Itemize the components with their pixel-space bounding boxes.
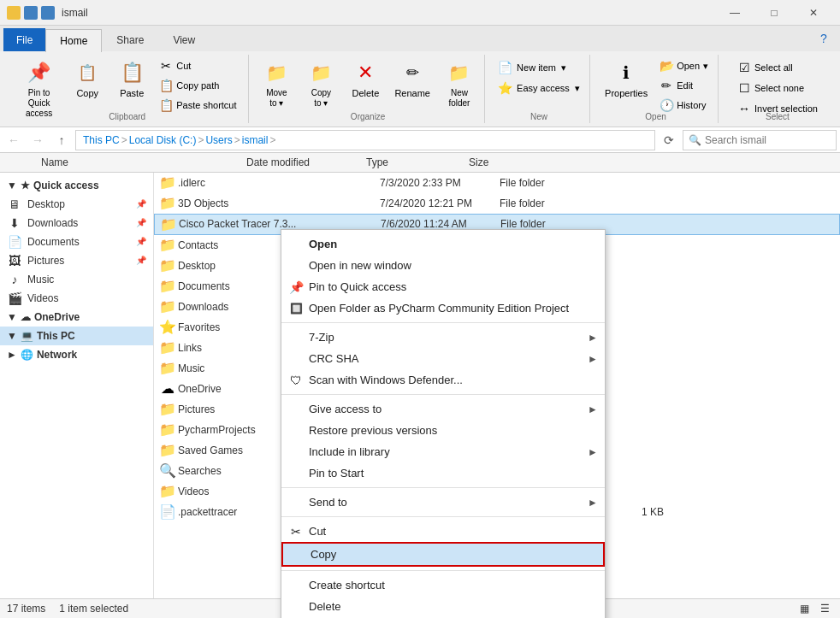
ctx-open[interactable]: Open <box>281 233 605 255</box>
ctx-7zip[interactable]: 7-Zip ► <box>281 327 605 348</box>
copy-label: Copy <box>76 88 98 98</box>
file-icon: 📄 <box>157 503 178 520</box>
new-folder-button[interactable]: 📁 Newfolder <box>438 55 481 113</box>
close-button[interactable]: ✕ <box>794 0 833 26</box>
back-button[interactable]: ← <box>3 130 24 150</box>
file-icon: ☁ <box>157 380 178 397</box>
copy-path-button[interactable]: 📋 Copy path <box>155 76 240 95</box>
col-header-date[interactable]: Date modified <box>246 156 366 168</box>
this-pc-label: This PC <box>37 330 75 342</box>
file-icon: ⭐ <box>157 319 178 335</box>
title-icon-2 <box>24 6 38 20</box>
select-all-button[interactable]: ☑ Select all <box>733 58 797 77</box>
path-ismail[interactable]: ismail <box>242 134 269 146</box>
copy-button[interactable]: 📋 Copy <box>66 55 109 103</box>
maximize-button[interactable]: □ <box>754 0 794 26</box>
sidebar-quick-access[interactable]: ▼ ★ Quick access <box>0 176 153 195</box>
refresh-button[interactable]: ⟳ <box>659 130 679 150</box>
minimize-button[interactable]: — <box>715 0 754 26</box>
sidebar-onedrive[interactable]: ▼ ☁ OneDrive <box>0 308 153 327</box>
ctx-scan-defender[interactable]: 🛡Scan with Windows Defender... <box>281 369 605 391</box>
title-controls: — □ ✕ <box>715 0 833 26</box>
edit-button[interactable]: ✏ Edit <box>655 76 713 95</box>
sidebar-item-downloads[interactable]: ⬇ Downloads 📌 <box>0 214 153 232</box>
search-box[interactable]: 🔍 <box>683 130 837 150</box>
pin-quick-access-button[interactable]: 📌 Pin to Quickaccess <box>14 55 64 123</box>
videos-label: Videos <box>27 292 146 304</box>
ctx-delete[interactable]: Delete <box>281 596 605 617</box>
ctx-give-access[interactable]: Give access to ► <box>281 398 605 420</box>
open-button[interactable]: 📂 Open ▾ <box>655 56 713 75</box>
new-item-label: New item <box>517 62 556 73</box>
crc-arrow: ► <box>588 353 598 365</box>
tab-share[interactable]: Share <box>102 28 158 51</box>
easy-access-button[interactable]: ⭐ Easy access ▾ <box>494 79 584 97</box>
ctx-create-shortcut[interactable]: Create shortcut <box>281 574 605 596</box>
sidebar-item-music[interactable]: ♪ Music <box>0 270 153 289</box>
sidebar: ▼ ★ Quick access 🖥 Desktop 📌 ⬇ Downloads… <box>0 173 154 599</box>
large-icons-view-button[interactable]: ▦ <box>796 600 813 617</box>
up-button[interactable]: ↑ <box>51 130 72 150</box>
copy-icon: 📋 <box>74 59 101 86</box>
file-icon: 📁 <box>157 442 178 458</box>
tab-home[interactable]: Home <box>45 29 102 52</box>
properties-icon: ℹ <box>612 59 640 86</box>
paste-shortcut-button[interactable]: 📋 Paste shortcut <box>155 96 240 115</box>
search-input[interactable] <box>705 134 831 146</box>
table-row[interactable]: 📁 3D Objects 7/24/2020 12:21 PM File fol… <box>154 193 840 214</box>
copy-path-icon: 📋 <box>159 79 173 92</box>
address-path[interactable]: This PC > Local Disk (C:) > Users > isma… <box>75 130 655 150</box>
ribbon-groups: 📌 Pin to Quickaccess 📋 Copy 📋 Paste ✂ <box>0 51 840 127</box>
details-view-button[interactable]: ☰ <box>816 600 833 617</box>
paste-button[interactable]: 📋 Paste <box>110 55 153 103</box>
path-users[interactable]: Users <box>205 134 232 146</box>
tab-view[interactable]: View <box>158 28 210 51</box>
ctx-open-new-window[interactable]: Open in new window <box>281 255 605 276</box>
file-date: 7/6/2020 11:24 AM <box>381 218 500 230</box>
ctx-cut[interactable]: ✂Cut <box>281 521 605 542</box>
title-bar: ismail — □ ✕ <box>0 0 840 26</box>
select-none-button[interactable]: ☐ Select none <box>733 79 808 97</box>
sidebar-item-desktop[interactable]: 🖥 Desktop 📌 <box>0 195 153 214</box>
ctx-copy[interactable]: Copy <box>281 542 605 567</box>
ctx-restore-versions[interactable]: Restore previous versions <box>281 420 605 441</box>
new-item-button[interactable]: 📄 New item ▾ <box>494 58 571 77</box>
cut-button[interactable]: ✂ Cut <box>155 56 240 75</box>
title-text: ismail <box>62 7 715 19</box>
copy-to-button[interactable]: 📁 Copyto ▾ <box>299 55 342 113</box>
sidebar-item-videos[interactable]: 🎬 Videos <box>0 289 153 308</box>
downloads-label: Downloads <box>27 217 131 229</box>
sidebar-network[interactable]: ► 🌐 Network <box>0 345 153 364</box>
ctx-include-library[interactable]: Include in library ► <box>281 441 605 462</box>
pictures-icon: 🖼 <box>7 254 22 268</box>
path-local-disk[interactable]: Local Disk (C:) <box>129 134 197 146</box>
col-header-name[interactable]: Name <box>24 156 246 168</box>
chevron-down-icon-3: ▼ <box>7 330 17 342</box>
tab-file[interactable]: File <box>3 28 45 51</box>
sidebar-item-pictures[interactable]: 🖼 Pictures 📌 <box>0 251 153 270</box>
delete-button[interactable]: ✕ Delete <box>344 55 387 103</box>
move-to-button[interactable]: 📁 Moveto ▾ <box>255 55 298 113</box>
ctx-pin-quick-access[interactable]: 📌Pin to Quick access <box>281 276 605 297</box>
sidebar-item-documents[interactable]: 📄 Documents 📌 <box>0 232 153 251</box>
path-this-pc[interactable]: This PC <box>83 134 120 146</box>
ctx-crc-sha[interactable]: CRC SHA ► <box>281 348 605 369</box>
forward-button[interactable]: → <box>27 130 48 150</box>
col-header-type[interactable]: Type <box>366 156 469 168</box>
file-type: File folder <box>500 177 602 189</box>
properties-button[interactable]: ℹ Properties <box>599 55 654 103</box>
pictures-label: Pictures <box>27 255 131 267</box>
clipboard-group-label: Clipboard <box>109 112 145 121</box>
table-row[interactable]: 📁 .idlerc 7/3/2020 2:33 PM File folder <box>154 173 840 193</box>
help-icon[interactable]: ? <box>813 28 834 49</box>
ctx-pin-start[interactable]: Pin to Start <box>281 462 605 484</box>
ctx-open-pycharm[interactable]: 🔲Open Folder as PyCharm Community Editio… <box>281 297 605 319</box>
rename-button[interactable]: ✏ Rename <box>388 55 436 103</box>
ctx-sep-2 <box>281 394 605 395</box>
col-header-size[interactable]: Size <box>469 156 537 168</box>
sidebar-this-pc[interactable]: ▼ 💻 This PC <box>0 327 153 345</box>
title-icon-1 <box>7 6 21 20</box>
documents-icon: 📄 <box>7 235 22 249</box>
ribbon-group-select: ☑ Select all ☐ Select none ↔ Invert sele… <box>722 55 833 123</box>
ctx-send-to[interactable]: Send to ► <box>281 491 605 513</box>
